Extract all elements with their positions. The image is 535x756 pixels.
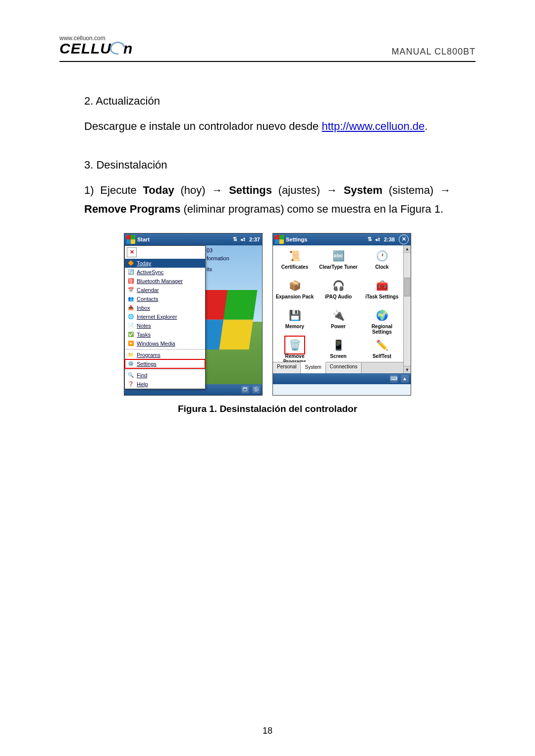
settings-item-label: Regional Settings — [362, 324, 402, 335]
settings-item-cleartype-tuner[interactable]: 🔤ClearType Tuner — [319, 248, 358, 270]
start-menu-item-bluetooth-manager[interactable]: 🅱️Bluetooth Manager — [125, 277, 205, 286]
settings-item-screen[interactable]: 📱Screen — [319, 338, 358, 359]
step-1-paragraph: 1) Ejecute Today (hoy) → Settings (ajust… — [84, 181, 451, 218]
tab-personal[interactable]: Personal — [273, 362, 301, 373]
tray-icon-1[interactable]: 🗔 — [241, 386, 249, 394]
menu-item-label: Today — [137, 260, 151, 266]
settings-item-icon: 🗑️ — [286, 338, 303, 352]
figure-caption: Figura 1. Desinstalación del controlador — [84, 404, 451, 414]
start-menu-item-programs[interactable]: 📁Programs — [125, 349, 205, 359]
start-menu-item-settings[interactable]: ⚙️Settings — [125, 359, 205, 368]
menu-item-label: Settings — [137, 361, 157, 367]
menu-item-label: Help — [137, 381, 148, 387]
settings-item-selftest[interactable]: ✏️SelfTest — [362, 338, 402, 359]
menu-item-icon: 👥 — [127, 295, 135, 302]
scroll-up-arrow[interactable]: ▲ — [404, 245, 411, 253]
menu-item-label: Tasks — [137, 332, 151, 338]
settings-panel: 📜Certificates🔤ClearType Tuner🕐Clock📦Expa… — [273, 245, 411, 373]
start-menu-item-inbox[interactable]: 📥Inbox — [125, 303, 205, 312]
page-header: www.celluon.com CELLUn MANUAL CL800BT — [59, 35, 476, 62]
menu-item-icon: 🔍 — [127, 372, 135, 379]
start-menu-item-find[interactable]: 🔍Find — [125, 369, 205, 380]
menu-item-label: ActiveSync — [137, 269, 163, 275]
start-menu[interactable]: ✕🔶Today🔄ActiveSync🅱️Bluetooth Manager📅Ca… — [124, 245, 206, 389]
settings-item-power[interactable]: 🔌Power — [319, 308, 358, 329]
start-menu-item-today[interactable]: 🔶Today — [125, 259, 205, 268]
settings-item-label: iPAQ Audio — [325, 294, 352, 299]
brand-block: www.celluon.com CELLUn — [59, 35, 133, 57]
download-link[interactable]: http://www.celluon.de — [321, 120, 425, 132]
settings-item-remove-programs[interactable]: 🗑️Remove Programs — [275, 338, 315, 364]
connectivity-icon: ⇅ — [233, 236, 237, 242]
settings-item-icon: 🌍 — [374, 308, 390, 323]
start-menu-item-windows-media[interactable]: ▶️Windows Media — [125, 339, 205, 348]
section-heading-actualizacion: 2. Actualización — [84, 92, 451, 110]
settings-item-icon: 📱 — [330, 338, 347, 352]
start-menu-item-help[interactable]: ❓Help — [125, 380, 205, 389]
actualizacion-paragraph: Descargue e instale un controlador nuevo… — [84, 117, 451, 135]
menu-item-label: Notes — [137, 323, 151, 329]
menu-item-label: Find — [137, 372, 147, 378]
tab-connections[interactable]: Connections — [326, 362, 362, 373]
close-icon[interactable]: ✕ — [399, 234, 409, 244]
start-menu-recent-icon[interactable]: ✕ — [125, 246, 205, 259]
menu-item-icon: ▶️ — [127, 340, 135, 347]
menu-item-label: Contacts — [137, 296, 158, 302]
tab-system[interactable]: System — [301, 362, 325, 373]
menu-item-icon: 🔶 — [127, 260, 135, 267]
start-menu-item-internet-explorer[interactable]: 🌐Internet Explorer — [125, 312, 205, 321]
sip-keyboard-icon[interactable]: ⌨ — [390, 375, 398, 383]
settings-item-icon: 🕐 — [374, 248, 390, 263]
manual-page: www.celluon.com CELLUn MANUAL CL800BT 2.… — [0, 0, 535, 756]
page-body: 2. Actualización Descargue e instale un … — [59, 92, 476, 414]
settings-item-regional-settings[interactable]: 🌍Regional Settings — [362, 308, 402, 335]
clock-start: 2:37 — [249, 236, 260, 242]
titlebar-settings: Settings ⇅ ◀៖ 2:38 ✕ — [273, 233, 411, 245]
settings-item-memory[interactable]: 💾Memory — [275, 308, 315, 329]
menu-item-label: Bluetooth Manager — [137, 278, 183, 284]
menu-item-label: Calendar — [137, 287, 159, 293]
start-menu-item-tasks[interactable]: ✅Tasks — [125, 330, 205, 339]
start-menu-item-activesync[interactable]: 🔄ActiveSync — [125, 268, 205, 277]
settings-item-label: Expansion Pack — [276, 294, 314, 299]
start-menu-item-contacts[interactable]: 👥Contacts — [125, 294, 205, 303]
menu-item-icon: ❓ — [127, 381, 135, 388]
menu-item-label: Inbox — [137, 305, 150, 311]
screenshot-start-menu: Start ⇅ ◀៖ 2:37 03 formation its ✕🔶Today… — [124, 233, 263, 396]
settings-item-ipaq-audio[interactable]: 🎧iPAQ Audio — [319, 278, 358, 299]
menu-item-label: Windows Media — [137, 341, 175, 347]
scroll-thumb[interactable] — [404, 278, 410, 296]
scroll-down-arrow[interactable]: ▼ — [404, 366, 411, 373]
settings-item-certificates[interactable]: 📜Certificates — [275, 248, 315, 270]
tray-icon-2[interactable]: ⓑ — [252, 386, 260, 394]
tray-up-icon[interactable]: ▲ — [401, 375, 409, 383]
titlebar-title: Start — [137, 236, 150, 242]
menu-item-icon: 🅱️ — [127, 278, 135, 285]
scrollbar[interactable]: ▲ ▼ — [403, 245, 411, 373]
screenshot-settings-system: Settings ⇅ ◀៖ 2:38 ✕ 📜Certificates🔤Clear… — [272, 233, 411, 396]
start-desktop: 03 formation its ✕🔶Today🔄ActiveSync🅱️Blu… — [124, 245, 262, 384]
settings-item-clock[interactable]: 🕐Clock — [362, 248, 402, 270]
windows-logo-icon — [126, 235, 135, 244]
settings-item-icon: 🔤 — [330, 248, 347, 263]
menu-item-icon: 🌐 — [127, 313, 135, 320]
settings-item-icon: 💾 — [286, 308, 303, 323]
speaker-icon: ◀៖ — [240, 236, 246, 242]
settings-item-label: ClearType Tuner — [319, 264, 357, 270]
start-menu-item-notes[interactable]: 📄Notes — [125, 321, 205, 330]
figure-1: Start ⇅ ◀៖ 2:37 03 formation its ✕🔶Today… — [84, 233, 451, 396]
menu-item-icon: 📁 — [127, 351, 135, 358]
speaker-icon: ◀៖ — [375, 236, 381, 242]
menu-item-label: Internet Explorer — [137, 314, 177, 320]
page-number: 18 — [0, 726, 535, 736]
start-menu-item-calendar[interactable]: 📅Calendar — [125, 286, 205, 294]
settings-item-expansion-pack[interactable]: 📦Expansion Pack — [275, 278, 315, 299]
menu-item-icon: 📄 — [127, 322, 135, 329]
settings-tabs: PersonalSystemConnections — [273, 362, 404, 373]
section-heading-desinstalacion: 3. Desinstalación — [84, 156, 451, 174]
menu-item-icon: 🔄 — [127, 269, 135, 276]
windows-logo-icon — [275, 235, 284, 244]
titlebar-start: Start ⇅ ◀៖ 2:37 — [124, 233, 262, 245]
settings-item-icon: 📜 — [286, 248, 303, 263]
settings-item-itask-settings[interactable]: 🧰iTask Settings — [362, 278, 402, 299]
